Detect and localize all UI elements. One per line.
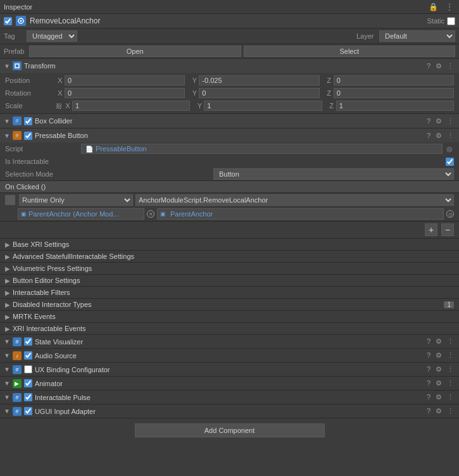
sub-comp-help-1[interactable]: ?: [425, 351, 432, 360]
rot-z-label: Z: [325, 89, 334, 97]
rot-x-label: X: [56, 89, 65, 97]
layer-label: Layer: [356, 32, 374, 40]
box-collider-menu-icon[interactable]: ⋮: [446, 117, 455, 125]
base-xri-foldout[interactable]: ▶ Base XRI Settings: [0, 239, 459, 251]
tag-dropdown[interactable]: Untagged: [27, 30, 77, 42]
sub-comp-icon-3: ▶: [13, 379, 22, 388]
rotation-x-input[interactable]: [65, 88, 185, 98]
disabled-count-badge: 1: [444, 301, 454, 308]
pressable-btn-arrow[interactable]: ▼: [4, 132, 10, 139]
add-event-button[interactable]: +: [425, 223, 437, 236]
transform-icon: [13, 61, 22, 70]
event-buttons: + −: [0, 221, 459, 238]
sub-comp-menu-0[interactable]: ⋮: [446, 337, 455, 346]
is-interactable-checkbox[interactable]: [446, 158, 454, 166]
gameobject-enabled-checkbox[interactable]: [4, 17, 12, 25]
mrtk-events-arrow: ▶: [5, 313, 10, 320]
sub-comp-title-0: State Visualizer: [35, 338, 423, 346]
sub-comp-settings-0[interactable]: ⚙: [434, 337, 443, 346]
box-collider-help-icon[interactable]: ?: [425, 117, 432, 125]
disabled-interactor-label: Disabled Interactor Types: [13, 301, 92, 308]
advanced-stateful-foldout[interactable]: ▶ Advanced StatefullInteractable Setting…: [0, 251, 459, 263]
function-dropdown[interactable]: AnchorModuleScript.RemoveLocalAnchor: [135, 194, 454, 206]
sub-comp-menu-3[interactable]: ⋮: [446, 379, 455, 387]
script-select-icon[interactable]: ◎: [445, 145, 454, 153]
context-menu-icon[interactable]: ⋮: [444, 2, 455, 12]
sub-comp-arrow-3[interactable]: ▼: [4, 380, 10, 387]
script-row: Script 📄 PressableButton ◎: [0, 142, 459, 155]
transform-menu-icon[interactable]: ⋮: [446, 62, 455, 70]
sub-comp-menu-5[interactable]: ⋮: [446, 407, 455, 415]
rotation-label: Rotation: [5, 89, 56, 97]
rotation-z-input[interactable]: [334, 88, 454, 98]
sub-components-container: ▼ # State Visualizer ? ⚙ ⋮ ▼ ♪ Audio Sou…: [0, 335, 459, 418]
script-value: PressableButton: [96, 145, 147, 153]
inspector-header: Inspector 🔒 ⋮: [0, 0, 459, 14]
scale-x-input[interactable]: [72, 101, 190, 111]
sub-comp-title-4: Interactable Pulse: [35, 394, 423, 401]
runtime-dropdown[interactable]: Runtime Only: [19, 194, 133, 206]
box-collider-checkbox[interactable]: [24, 117, 32, 125]
box-collider-arrow[interactable]: ▼: [4, 118, 10, 125]
select-button[interactable]: Select: [244, 46, 456, 57]
sub-comp-settings-4[interactable]: ⚙: [434, 393, 443, 401]
event-row: Runtime Only AnchorModuleScript.RemoveLo…: [0, 193, 459, 207]
volumetric-press-foldout[interactable]: ▶ Volumetric Press Settings: [0, 263, 459, 275]
sub-comp-arrow-4[interactable]: ▼: [4, 394, 10, 401]
disabled-interactor-foldout[interactable]: ▶ Disabled Interactor Types 1: [0, 299, 459, 311]
sub-comp-menu-2[interactable]: ⋮: [446, 365, 455, 373]
sub-comp-settings-2[interactable]: ⚙: [434, 365, 443, 373]
rotation-y-input[interactable]: [199, 88, 319, 98]
static-checkbox[interactable]: [447, 17, 455, 25]
button-editor-label: Button Editor Settings: [13, 277, 80, 284]
script-label: Script: [5, 145, 81, 153]
sub-comp-settings-5[interactable]: ⚙: [434, 407, 443, 415]
mrtk-events-foldout[interactable]: ▶ MRTK Events: [0, 311, 459, 323]
sub-comp-help-4[interactable]: ?: [425, 393, 432, 401]
interactable-filters-foldout[interactable]: ▶ Interactable Filters: [0, 287, 459, 299]
pick-object-icon[interactable]: ◎: [446, 210, 454, 218]
sub-comp-help-3[interactable]: ?: [425, 379, 432, 387]
sub-comp-arrow-0[interactable]: ▼: [4, 338, 10, 345]
gameobject-icon: [16, 16, 26, 26]
scale-y-input[interactable]: [204, 101, 322, 111]
sub-comp-menu-4[interactable]: ⋮: [446, 393, 455, 401]
remove-event-button[interactable]: −: [441, 223, 454, 236]
object2-icon: ▣: [160, 211, 166, 217]
layer-dropdown[interactable]: Default: [379, 30, 455, 42]
remove-object-icon[interactable]: ✕: [147, 210, 154, 218]
pressable-btn-checkbox[interactable]: [24, 132, 32, 140]
scale-lock-icon[interactable]: ⛓: [56, 103, 62, 110]
transform-help-icon[interactable]: ?: [425, 62, 432, 70]
sub-comp-help-2[interactable]: ?: [425, 365, 432, 373]
position-z-input[interactable]: [334, 75, 454, 85]
add-component-button[interactable]: Add Component: [135, 423, 325, 437]
transform-settings-icon[interactable]: ⚙: [434, 62, 443, 70]
box-collider-settings-icon[interactable]: ⚙: [434, 117, 443, 125]
selection-mode-dropdown[interactable]: Button: [213, 168, 454, 180]
sub-comp-menu-1[interactable]: ⋮: [446, 351, 455, 360]
transform-arrow[interactable]: ▼: [4, 63, 10, 70]
position-x-input[interactable]: [65, 75, 185, 85]
scale-z-input[interactable]: [336, 101, 454, 111]
xri-events-foldout[interactable]: ▶ XRI Interactable Events: [0, 323, 459, 335]
sub-comp-arrow-5[interactable]: ▼: [4, 408, 10, 415]
button-editor-foldout[interactable]: ▶ Button Editor Settings: [0, 275, 459, 287]
parent-anchor-obj-field: ▣ ParentAnchor: [157, 208, 444, 220]
open-button[interactable]: Open: [29, 46, 241, 57]
static-label: Static: [427, 17, 444, 25]
pressable-btn-settings-icon[interactable]: ⚙: [434, 132, 443, 140]
sub-comp-arrow-1[interactable]: ▼: [4, 352, 10, 359]
sub-comp-settings-1[interactable]: ⚙: [434, 351, 443, 360]
sub-comp-settings-3[interactable]: ⚙: [434, 379, 443, 387]
xri-events-label: XRI Interactable Events: [13, 325, 86, 332]
sub-comp-arrow-2[interactable]: ▼: [4, 366, 10, 373]
transform-title: Transform: [24, 62, 423, 70]
pressable-btn-help-icon[interactable]: ?: [425, 132, 432, 140]
lock-icon[interactable]: 🔒: [427, 2, 440, 12]
sub-comp-help-5[interactable]: ?: [425, 407, 432, 415]
sub-comp-help-0[interactable]: ?: [425, 337, 432, 346]
position-y-input[interactable]: [199, 75, 319, 85]
pressable-btn-menu-icon[interactable]: ⋮: [446, 132, 455, 140]
button-editor-arrow: ▶: [5, 277, 10, 284]
